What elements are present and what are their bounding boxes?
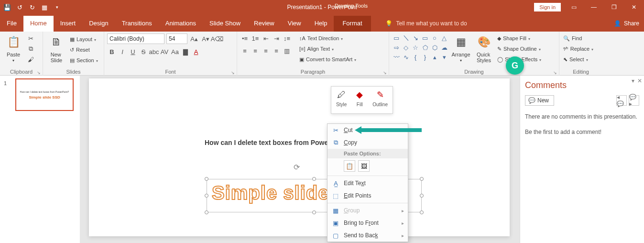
change-case-icon[interactable]: Aa xyxy=(170,47,180,56)
paste-button[interactable]: 📋 Paste ▾ xyxy=(3,33,24,63)
shape-brace2-icon[interactable]: } xyxy=(421,53,429,61)
section-button[interactable]: ▤Section xyxy=(69,55,99,65)
shape-triangle-icon[interactable]: △ xyxy=(440,33,448,42)
align-text-button[interactable]: [≡]Align Text xyxy=(298,44,357,54)
shape-freeform-icon[interactable]: ∿ xyxy=(402,53,410,61)
quick-styles-button[interactable]: 🎨 Quick Styles xyxy=(473,33,494,63)
shape-oval-icon[interactable]: ○ xyxy=(430,33,439,42)
shape-callout-icon[interactable]: ☁ xyxy=(440,43,448,52)
slide-thumbnail-pane[interactable]: 1 How can I delete text boxes from Power… xyxy=(0,76,80,243)
tab-insert[interactable]: Insert xyxy=(54,16,83,32)
prev-comment-button[interactable]: ◂💬 xyxy=(616,95,627,106)
font-name-combo[interactable]: Calibri (Body) xyxy=(107,33,164,44)
ctx-edit-text[interactable]: A̲Edit Text xyxy=(327,177,408,189)
shape-fill-button[interactable]: ◆Shape Fill xyxy=(496,33,542,43)
format-painter-button[interactable]: 🖌 xyxy=(26,55,35,64)
align-right-icon[interactable]: ≡ xyxy=(261,46,271,55)
shape-more-up-icon[interactable]: ▴ xyxy=(430,53,439,61)
shape-arrow-icon[interactable]: ⇨ xyxy=(392,43,401,52)
tab-slideshow[interactable]: Slide Show xyxy=(203,16,247,32)
ribbon-display-options-icon[interactable]: ▭ xyxy=(567,2,581,12)
shape-pent-icon[interactable]: ⬠ xyxy=(421,43,429,52)
decrease-indent-icon[interactable]: ⇤ xyxy=(261,33,271,43)
save-icon[interactable]: 💾 xyxy=(3,3,11,11)
char-spacing-icon[interactable]: AV xyxy=(160,47,169,56)
resize-handle-rm[interactable] xyxy=(420,194,424,198)
text-direction-button[interactable]: ↕AText Direction xyxy=(298,33,357,43)
resize-handle-tm[interactable] xyxy=(312,177,316,181)
rotate-handle-icon[interactable]: ⟳ xyxy=(294,163,300,172)
redo-icon[interactable]: ↻ xyxy=(28,3,36,11)
italic-icon[interactable]: I xyxy=(118,47,127,56)
sign-in-button[interactable]: Sign in xyxy=(534,3,561,11)
resize-handle-bm[interactable] xyxy=(312,210,316,214)
font-dialog-launcher[interactable]: ↘ xyxy=(231,70,235,75)
tell-me-search[interactable]: 💡 Tell me what you want to do xyxy=(371,20,467,32)
underline-icon[interactable]: U xyxy=(128,47,138,56)
clear-formatting-icon[interactable]: A⌫ xyxy=(212,34,222,44)
bullets-icon[interactable]: •≡ xyxy=(240,33,250,43)
mini-fill-button[interactable]: ◆Fill xyxy=(356,88,363,113)
cut-button[interactable]: ✂ xyxy=(26,33,35,43)
tab-animations[interactable]: Animations xyxy=(159,16,203,32)
drawing-dialog-launcher[interactable]: ↘ xyxy=(553,70,557,75)
shapes-gallery[interactable]: ▭ ＼ ↘ ▭ ○ △ ⇨ ◇ ☆ ⬠ ⬡ ☁ 〰 ∿ { } ▴ ▾ xyxy=(392,33,448,61)
paragraph-dialog-launcher[interactable]: ↘ xyxy=(383,70,387,75)
tab-transitions[interactable]: Transitions xyxy=(115,16,159,32)
grammarly-icon[interactable]: G xyxy=(506,56,524,75)
reset-button[interactable]: ↺Reset xyxy=(69,45,99,55)
shape-hex-icon[interactable]: ⬡ xyxy=(430,43,439,52)
ctx-send-to-back[interactable]: ▢Send to Back▸ xyxy=(327,229,408,242)
select-button[interactable]: ⬉Select xyxy=(562,55,594,64)
arrange-button[interactable]: ▦ Arrange▾ xyxy=(450,33,471,63)
tab-help[interactable]: Help xyxy=(308,16,334,32)
next-comment-button[interactable]: 💬▸ xyxy=(629,95,639,106)
ctx-bring-to-front[interactable]: ▣Bring to Front▸ xyxy=(327,217,408,229)
slide-thumbnail-1[interactable]: How can I delete text boxes from PowerPo… xyxy=(15,78,74,111)
tab-view[interactable]: View xyxy=(281,16,308,32)
numbering-icon[interactable]: 1≡ xyxy=(251,33,260,43)
shape-lline-icon[interactable]: ↘ xyxy=(411,33,420,42)
font-size-combo[interactable]: 54 xyxy=(166,33,187,44)
share-button[interactable]: 👤 Share xyxy=(614,20,644,32)
tab-format[interactable]: Format xyxy=(334,16,371,32)
shape-more-down-icon[interactable]: ▾ xyxy=(440,53,448,61)
shape-diamond-icon[interactable]: ◇ xyxy=(402,43,410,52)
mini-outline-button[interactable]: ✎Outline xyxy=(372,88,388,113)
replace-button[interactable]: ᵃ⁄ᵇReplace xyxy=(562,44,594,54)
mini-style-button[interactable]: 🖊Style xyxy=(336,88,347,113)
shape-rect-icon[interactable]: ▭ xyxy=(421,33,429,42)
columns-icon[interactable]: ▥ xyxy=(282,46,292,55)
resize-handle-lm[interactable] xyxy=(205,194,208,198)
body-text[interactable]: How can I delete text boxes from Powe xyxy=(205,139,328,146)
start-from-beginning-icon[interactable]: ▦ xyxy=(40,3,49,11)
convert-smartart-button[interactable]: ▣Convert to SmartArt xyxy=(298,55,357,64)
justify-icon[interactable]: ≡ xyxy=(272,46,281,55)
shape-star-icon[interactable]: ☆ xyxy=(411,43,420,52)
align-center-icon[interactable]: ≡ xyxy=(251,46,260,55)
increase-indent-icon[interactable]: ⇥ xyxy=(272,33,281,43)
paste-use-destination-icon[interactable]: 📋 xyxy=(344,160,355,172)
shape-brace-icon[interactable]: { xyxy=(411,53,420,61)
minimize-icon[interactable]: — xyxy=(587,2,601,12)
close-icon[interactable]: ✕ xyxy=(627,2,641,12)
tab-file[interactable]: File xyxy=(0,16,23,32)
shape-textbox-icon[interactable]: ▭ xyxy=(392,33,401,42)
resize-handle-tl[interactable] xyxy=(205,177,208,181)
undo-icon[interactable]: ↺ xyxy=(15,3,24,11)
shape-line-icon[interactable]: ＼ xyxy=(402,33,410,42)
shadow-icon[interactable]: abc xyxy=(149,47,159,56)
resize-handle-br[interactable] xyxy=(420,210,424,214)
qat-customize-icon[interactable]: ▾ xyxy=(53,3,61,11)
shape-outline-button[interactable]: ✎Shape Outline xyxy=(496,44,542,54)
pane-close-icon[interactable]: ✕ xyxy=(637,77,642,84)
tab-home[interactable]: Home xyxy=(23,16,54,32)
ctx-edit-points[interactable]: ⬚Edit Points xyxy=(327,189,408,202)
new-comment-button[interactable]: 💬New xyxy=(525,95,554,106)
highlight-icon[interactable]: ▇ xyxy=(181,47,190,56)
resize-handle-tr[interactable] xyxy=(420,177,424,181)
strike-icon[interactable]: S xyxy=(139,47,148,56)
slide-editor[interactable]: 🖊Style ◆Fill ✎Outline How can I delete t… xyxy=(80,76,520,243)
increase-font-icon[interactable]: A▴ xyxy=(189,34,199,44)
line-spacing-icon[interactable]: ↕≡ xyxy=(282,33,292,43)
